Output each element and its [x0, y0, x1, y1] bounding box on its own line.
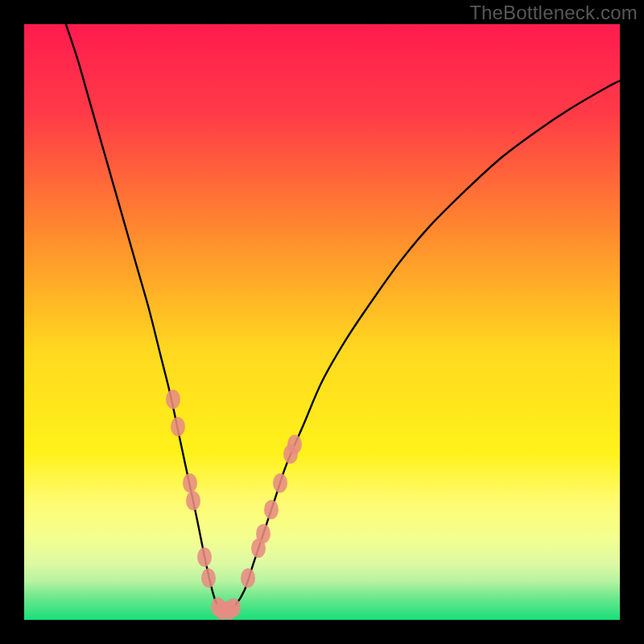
highlight-dot — [287, 435, 302, 454]
highlight-dot — [171, 417, 185, 436]
chart-frame — [24, 24, 620, 620]
highlight-dot — [183, 473, 197, 493]
plot-background — [24, 24, 620, 620]
plot-area — [24, 24, 620, 620]
plot-svg — [24, 24, 620, 620]
highlight-dot — [273, 473, 287, 493]
watermark-text: TheBottleneck.com — [469, 2, 638, 24]
